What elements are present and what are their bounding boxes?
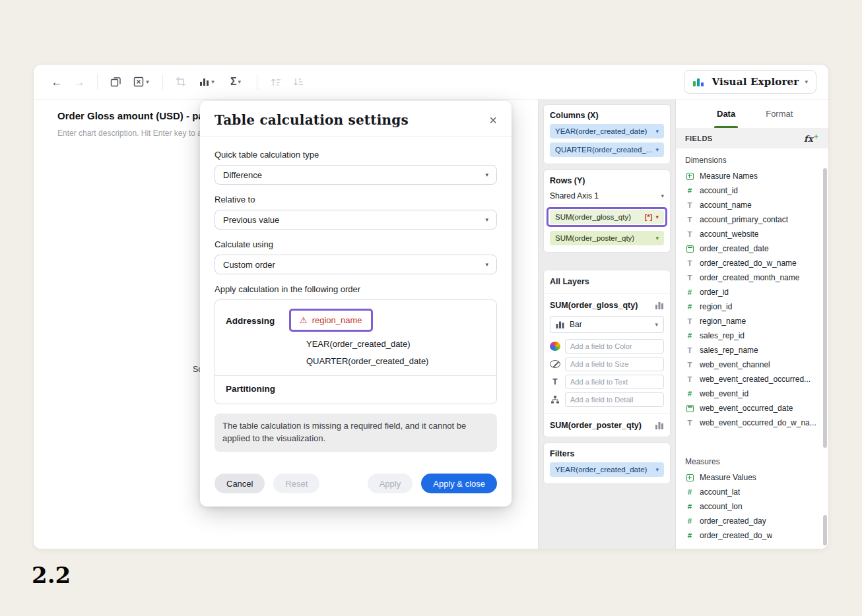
layer-label: SUM(order_gloss_qty) <box>550 301 638 310</box>
field-item-order-created-do-w[interactable]: #order_created_do_w <box>676 528 828 543</box>
field-item-measure-names[interactable]: Measure Names <box>676 169 828 183</box>
calculate-using-label: Calculate using <box>215 239 497 249</box>
apply-button[interactable]: Apply <box>368 474 413 493</box>
dimensions-list: Measure Names#account_idTaccount_nameTac… <box>676 169 828 430</box>
pill-quarter-order-created-date[interactable]: QUARTER(order_created_... ▾ <box>550 142 664 157</box>
duplicate-element-button[interactable] <box>104 71 127 93</box>
field-item-sales-rep-name[interactable]: Tsales_rep_name <box>676 343 828 357</box>
field-name: account_lat <box>700 487 740 497</box>
text-type-icon: T <box>685 259 694 267</box>
field-item-web-event-id[interactable]: #web_event_id <box>676 386 828 401</box>
field-name: account_website <box>700 230 758 239</box>
toolbar: ← → ▾ ▾ Σ ▾ Visual Exp <box>34 65 828 100</box>
mark-type-value: Bar <box>570 320 582 329</box>
calc-type-select[interactable]: Difference ▾ <box>215 165 497 185</box>
field-item-account-id[interactable]: #account_id <box>676 183 828 198</box>
filters-shelf-title: Filters <box>550 449 664 458</box>
field-item-region-id[interactable]: #region_id <box>676 299 828 314</box>
field-item-account-website[interactable]: Taccount_website <box>676 227 828 241</box>
field-item-account-name[interactable]: Taccount_name <box>676 198 828 212</box>
filters-shelf: Filters YEAR(order_created_date) ▾ <box>543 443 671 484</box>
tab-data[interactable]: Data <box>717 100 735 128</box>
field-name: account_id <box>700 186 738 195</box>
field-item-account-lat[interactable]: #account_lat <box>676 485 828 499</box>
back-button[interactable]: ← <box>46 71 68 93</box>
chart-type-button[interactable]: ▾ <box>192 71 221 93</box>
field-name: sales_rep_id <box>700 331 745 340</box>
calculate-using-select[interactable]: Custom order ▾ <box>215 255 497 274</box>
addressing-item-region-name-missing[interactable]: ⚠ region_name <box>289 309 373 332</box>
fields-header-bar: FIELDS fx+ <box>676 129 828 148</box>
field-item-web-event-occurred-date[interactable]: web_event_occurred_date <box>676 401 828 416</box>
add-field-to-detail-input[interactable] <box>565 392 664 407</box>
scrollbar-thumb[interactable] <box>823 168 827 448</box>
histogram-icon <box>199 77 210 87</box>
visual-explorer-label: Visual Explorer <box>712 76 799 88</box>
layer-label: SUM(order_poster_qty) <box>550 421 642 430</box>
bar-chart-icon <box>655 301 664 309</box>
toolbar-divider <box>257 74 257 90</box>
field-item-order-created-day[interactable]: #order_created_day <box>676 514 828 528</box>
remove-element-button[interactable]: ▾ <box>127 71 156 93</box>
field-name: web_event_channel <box>700 360 770 369</box>
measure-fields-icon <box>686 474 694 481</box>
field-item-region-name[interactable]: Tregion_name <box>676 314 828 328</box>
layer-sum-order-gloss-qty[interactable]: SUM(order_gloss_qty) <box>544 293 670 313</box>
field-item-order-id[interactable]: #order_id <box>676 285 828 299</box>
forward-button[interactable]: → <box>68 71 90 93</box>
add-calculated-field-button[interactable]: fx+ <box>804 133 819 144</box>
sort-descending-button[interactable] <box>286 71 309 93</box>
addressing-item-year[interactable]: YEAR(order_created_date) <box>289 339 486 349</box>
field-name: web_event_occurred_do_w_na... <box>700 418 816 427</box>
close-icon[interactable]: × <box>489 113 497 127</box>
apply-and-close-button[interactable]: Apply & close <box>421 474 497 493</box>
caret-down-icon: ▾ <box>146 79 149 85</box>
rows-shelf: Rows (Y) Shared Axis 1 ▾ SUM(order_gloss… <box>543 169 671 253</box>
field-item-order-created-date[interactable]: order_created_date <box>676 241 828 256</box>
field-name: account_name <box>700 200 752 210</box>
add-field-to-text-input[interactable] <box>565 375 664 389</box>
relative-to-select[interactable]: Previous value ▾ <box>215 210 497 230</box>
aggregate-button[interactable]: Σ ▾ <box>221 71 250 93</box>
number-type-icon: # <box>685 390 694 398</box>
field-item-sales-rep-id[interactable]: #sales_rep_id <box>676 328 828 343</box>
caret-down-icon: ▾ <box>238 79 242 85</box>
pill-sum-order-gloss-qty[interactable]: SUM(order_gloss_qty) [*] ▾ <box>550 210 664 224</box>
visual-explorer-switcher[interactable]: Visual Explorer ▾ <box>684 70 816 94</box>
pill-label: SUM(order_gloss_qty) <box>555 213 631 221</box>
number-type-icon: # <box>685 332 694 340</box>
field-name: region_name <box>700 317 746 326</box>
tab-format[interactable]: Format <box>766 100 793 128</box>
add-field-to-color-input[interactable] <box>565 339 664 354</box>
pill-sum-order-poster-qty[interactable]: SUM(order_poster_qty) ▾ <box>550 231 664 245</box>
addressing-item-quarter[interactable]: QUARTER(order_created_date) <box>289 356 486 366</box>
field-item-web-event-created-occurred[interactable]: Tweb_event_created_occurred... <box>676 372 828 386</box>
shared-axis-row[interactable]: Shared Axis 1 ▾ <box>550 188 664 204</box>
number-type-icon: # <box>685 532 694 539</box>
crop-button[interactable] <box>170 71 192 93</box>
layer-sum-order-poster-qty[interactable]: SUM(order_poster_qty) <box>544 414 670 437</box>
measures-label: Measures <box>676 450 828 470</box>
reset-button[interactable]: Reset <box>273 474 319 493</box>
field-item-web-event-occurred-do-w-na[interactable]: Tweb_event_occurred_do_w_na... <box>676 416 828 430</box>
caret-down-icon: ▾ <box>485 217 488 223</box>
mark-type-select[interactable]: Bar ▾ <box>550 316 664 333</box>
add-field-to-size-input[interactable] <box>565 357 664 371</box>
pill-year-order-created-date[interactable]: YEAR(order_created_date) ▾ <box>550 124 664 139</box>
sort-ascending-button[interactable] <box>264 71 286 93</box>
caret-down-icon: ▾ <box>655 235 659 241</box>
field-item-web-event-channel[interactable]: Tweb_event_channel <box>676 357 828 372</box>
filter-pill-year-order-created-date[interactable]: YEAR(order_created_date) ▾ <box>550 462 664 477</box>
field-item-order-created-month-name[interactable]: Torder_created_month_name <box>676 270 828 285</box>
field-item-account-lon[interactable]: #account_lon <box>676 499 828 514</box>
scrollbar-thumb[interactable] <box>823 515 827 545</box>
field-item-account-primary-contact[interactable]: Taccount_primary_contact <box>676 212 828 227</box>
field-item-order-created-do-w-name[interactable]: Torder_created_do_w_name <box>676 256 828 270</box>
sigma-icon: Σ <box>230 77 237 87</box>
measures-list: Measure Values#account_lat#account_lon#o… <box>676 470 828 543</box>
dialog-footer: Cancel Reset Apply Apply & close <box>200 474 512 507</box>
columns-shelf: Columns (X) YEAR(order_created_date) ▾ Q… <box>543 104 671 164</box>
measure-fields-icon <box>686 173 694 180</box>
cancel-button[interactable]: Cancel <box>215 474 265 493</box>
field-item-measure-values[interactable]: Measure Values <box>676 470 828 485</box>
